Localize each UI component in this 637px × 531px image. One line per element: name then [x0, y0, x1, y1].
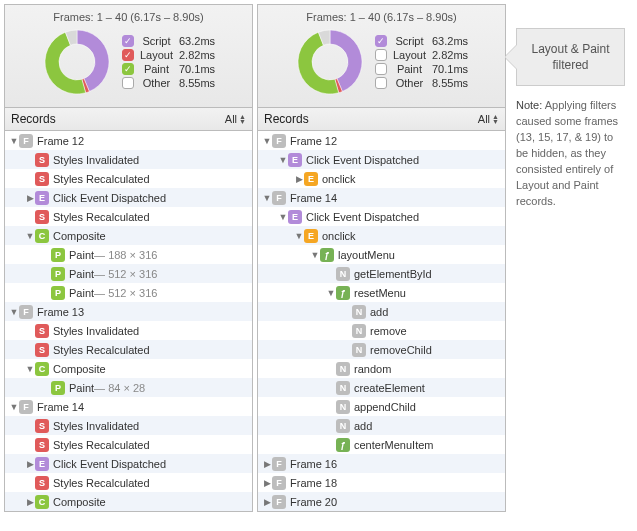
legend-checkbox-layout[interactable] [375, 49, 387, 61]
record-label: Paint [69, 382, 94, 394]
legend-checkbox-other[interactable] [122, 77, 134, 89]
record-row[interactable]: SStyles Recalculated [5, 340, 252, 359]
record-row[interactable]: ▶FFrame 16 [258, 454, 505, 473]
record-row[interactable]: PPaint — 512 × 316 [5, 264, 252, 283]
record-row[interactable]: ▶Eonclick [258, 169, 505, 188]
record-row[interactable]: NgetElementById [258, 264, 505, 283]
disclosure-triangle-icon[interactable]: ▼ [310, 250, 320, 260]
legend-value-layout: 2.82ms [179, 49, 215, 61]
record-type-icon: N [336, 400, 350, 414]
records-tree[interactable]: ▼FFrame 12SStyles InvalidatedSStyles Rec… [5, 131, 252, 511]
record-row[interactable]: ▶FFrame 20 [258, 492, 505, 511]
record-row[interactable]: Nadd [258, 302, 505, 321]
record-type-icon: ƒ [336, 286, 350, 300]
legend-name-other: Other [140, 77, 173, 89]
record-type-icon: S [35, 172, 49, 186]
records-tree[interactable]: ▼FFrame 12▼EClick Event Dispatched▶Eoncl… [258, 131, 505, 511]
legend-checkbox-other[interactable] [375, 77, 387, 89]
legend-name-layout: Layout [393, 49, 426, 61]
record-row[interactable]: SStyles Recalculated [5, 435, 252, 454]
record-row[interactable]: ▶FFrame 18 [258, 473, 505, 492]
record-row[interactable]: SStyles Recalculated [5, 169, 252, 188]
legend-checkbox-paint[interactable]: ✓ [122, 63, 134, 75]
disclosure-triangle-icon[interactable]: ▼ [326, 288, 336, 298]
filter-label: All [225, 113, 237, 125]
disclosure-triangle-icon[interactable]: ▼ [262, 136, 272, 146]
legend-checkbox-paint[interactable] [375, 63, 387, 75]
record-row[interactable]: ▶EClick Event Dispatched [5, 188, 252, 207]
disclosure-triangle-icon[interactable]: ▼ [9, 402, 19, 412]
disclosure-triangle-icon[interactable]: ▶ [262, 497, 272, 507]
record-row[interactable]: ▼ƒlayoutMenu [258, 245, 505, 264]
record-row[interactable]: PPaint — 512 × 316 [5, 283, 252, 302]
record-label: add [370, 306, 388, 318]
record-row[interactable]: Nremove [258, 321, 505, 340]
legend-checkbox-layout[interactable]: ✓ [122, 49, 134, 61]
record-label: Styles Recalculated [53, 477, 150, 489]
disclosure-triangle-icon[interactable]: ▶ [25, 459, 35, 469]
disclosure-triangle-icon[interactable]: ▶ [25, 497, 35, 507]
record-label: Frame 20 [290, 496, 337, 508]
disclosure-triangle-icon[interactable]: ▼ [294, 231, 304, 241]
legend-checkbox-script[interactable]: ✓ [122, 35, 134, 47]
record-type-icon: N [352, 305, 366, 319]
records-filter-dropdown[interactable]: All▲▼ [478, 113, 499, 125]
record-row[interactable]: Nadd [258, 416, 505, 435]
record-label: random [354, 363, 391, 375]
disclosure-triangle-icon[interactable]: ▼ [25, 231, 35, 241]
record-row[interactable]: NappendChild [258, 397, 505, 416]
record-row[interactable]: ▼EClick Event Dispatched [258, 207, 505, 226]
record-row[interactable]: ▼FFrame 12 [5, 131, 252, 150]
record-row[interactable]: ▼FFrame 14 [258, 188, 505, 207]
record-row[interactable]: ▼CComposite [5, 359, 252, 378]
record-label: Paint [69, 287, 94, 299]
row-detail: — 84 × 28 [94, 382, 145, 394]
disclosure-triangle-icon[interactable]: ▼ [9, 307, 19, 317]
disclosure-triangle-icon[interactable]: ▶ [294, 174, 304, 184]
record-row[interactable]: ƒcenterMenuItem [258, 435, 505, 454]
record-row[interactable]: Nrandom [258, 359, 505, 378]
record-row[interactable]: SStyles Recalculated [5, 207, 252, 226]
record-row[interactable]: ▶CComposite [5, 492, 252, 511]
legend-value-paint: 70.1ms [179, 63, 215, 75]
record-row[interactable]: SStyles Invalidated [5, 321, 252, 340]
record-row[interactable]: ▼ƒresetMenu [258, 283, 505, 302]
disclosure-triangle-icon[interactable]: ▶ [262, 478, 272, 488]
legend-name-script: Script [393, 35, 426, 47]
record-row[interactable]: SStyles Recalculated [5, 473, 252, 492]
record-row[interactable]: ▼FFrame 14 [5, 397, 252, 416]
record-type-icon: N [352, 343, 366, 357]
disclosure-triangle-icon[interactable]: ▼ [278, 212, 288, 222]
record-type-icon: F [19, 134, 33, 148]
record-row[interactable]: SStyles Invalidated [5, 150, 252, 169]
record-row[interactable]: NremoveChild [258, 340, 505, 359]
record-label: Styles Invalidated [53, 420, 139, 432]
records-title: Records [11, 112, 56, 126]
disclosure-triangle-icon[interactable]: ▼ [25, 364, 35, 374]
record-label: getElementById [354, 268, 432, 280]
record-row[interactable]: PPaint — 188 × 316 [5, 245, 252, 264]
disclosure-triangle-icon[interactable]: ▼ [262, 193, 272, 203]
record-type-icon: S [35, 210, 49, 224]
record-row[interactable]: ▼FFrame 13 [5, 302, 252, 321]
record-row[interactable]: ▼CComposite [5, 226, 252, 245]
record-row[interactable]: PPaint — 84 × 28 [5, 378, 252, 397]
disclosure-triangle-icon[interactable]: ▼ [9, 136, 19, 146]
record-row[interactable]: ▼EClick Event Dispatched [258, 150, 505, 169]
record-row[interactable]: SStyles Invalidated [5, 416, 252, 435]
legend-name-other: Other [393, 77, 426, 89]
record-row[interactable]: NcreateElement [258, 378, 505, 397]
record-label: Frame 16 [290, 458, 337, 470]
record-row[interactable]: ▶EClick Event Dispatched [5, 454, 252, 473]
records-filter-dropdown[interactable]: All▲▼ [225, 113, 246, 125]
disclosure-triangle-icon[interactable]: ▶ [25, 193, 35, 203]
record-type-icon: S [35, 419, 49, 433]
record-label: Composite [53, 496, 106, 508]
disclosure-triangle-icon[interactable]: ▶ [262, 459, 272, 469]
legend-checkbox-script[interactable]: ✓ [375, 35, 387, 47]
record-type-icon: N [336, 381, 350, 395]
disclosure-triangle-icon[interactable]: ▼ [278, 155, 288, 165]
record-label: Click Event Dispatched [53, 192, 166, 204]
record-row[interactable]: ▼FFrame 12 [258, 131, 505, 150]
record-row[interactable]: ▼Eonclick [258, 226, 505, 245]
